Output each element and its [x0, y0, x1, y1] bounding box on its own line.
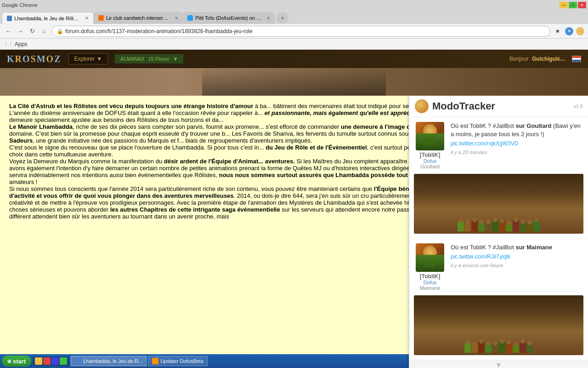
greeting-area: Bonjour Guichiguic... [509, 56, 565, 62]
char-10 [520, 222, 526, 231]
char-3 [471, 220, 478, 231]
entry-1-link[interactable]: pic.twitter.com/rxjkXgW3VD [451, 140, 583, 147]
char2-8 [513, 345, 519, 353]
back-button[interactable]: ← [4, 27, 13, 36]
taskbar-program-1[interactable]: Lhambadda, le Jeu de R... [71, 356, 147, 366]
entry-2-screenshot [414, 295, 583, 355]
taskbar-program-2[interactable]: Updater DofusBeta [148, 356, 208, 366]
char-8 [506, 223, 512, 231]
close-button[interactable]: ✕ [578, 2, 586, 8]
tab-bar: Lhambadda, le Jeu de Rôle e... ✕ Le club… [0, 10, 588, 24]
modotracker-entries-list[interactable]: [TobliK] Dofus Goultard Où est TobliK ? … [409, 117, 588, 368]
tab-3-favicon [187, 15, 193, 21]
tab-3-close[interactable]: ✕ [266, 16, 270, 21]
entry-2-body [416, 255, 444, 272]
maximize-button[interactable]: □ [569, 2, 577, 8]
almanax-bar[interactable]: ALMANAX 15 Flovor ▼ [115, 54, 183, 63]
apps-link[interactable]: ⋮⋮ Apps [4, 41, 27, 47]
apps-label: Apps [15, 41, 27, 47]
url-text: forum.dofus.com/fr/1137-moderation-anima… [65, 28, 253, 34]
almanax-label: ALMANAX [120, 56, 145, 62]
entry-1-char-name: [TobliK] [420, 152, 440, 158]
program-1-icon [75, 358, 81, 364]
para4-bold1: du Jeu de Rôle et de l'Évènementiel [266, 144, 367, 151]
new-tab-button[interactable]: + [277, 12, 288, 24]
char2-6 [499, 342, 505, 353]
entry-1-legs [426, 138, 434, 145]
entry-2-top: [TobliK] Dofus Maimane Où est TobliK ? #… [409, 239, 588, 295]
tab-2-label: Le club sandwich interserve... [106, 15, 170, 21]
entry-2-avatar: [TobliK] Dofus Maimane [414, 243, 446, 291]
start-button[interactable]: ⊞ start [2, 356, 31, 367]
address-bar: ← → ↻ ⌂ 🔒 forum.dofus.com/fr/1137-modera… [0, 24, 588, 39]
entry-1-avatar-img [416, 122, 444, 150]
krosmoz-header: KROSMOZ Explorer ▼ ALMANAX 15 Flovor ▼ B… [0, 50, 588, 68]
modotracker-entry-2: [TobliK] Dofus Maimane Où est TobliK ? #… [409, 239, 588, 360]
bookmarks-bar: ⋮⋮ Apps [0, 39, 588, 50]
entry-1-game: Dofus [424, 158, 437, 164]
home-button[interactable]: ⌂ [40, 27, 49, 36]
minimize-button[interactable]: ─ [560, 2, 568, 8]
browser-title: Google Chrome [2, 2, 38, 8]
scroll-down-icon: ▼ [495, 361, 503, 368]
almanax-day: 15 Flovor [148, 56, 170, 62]
bookmark-star[interactable]: ★ [553, 27, 562, 36]
url-input[interactable]: 🔒 forum.dofus.com/fr/1137-moderation-ani… [51, 26, 550, 37]
modotracker-header: ModoTracker v1.0 [409, 96, 588, 117]
entry-1-tweet: Où est TobliK ? #JailBot sur Goultard (B… [451, 122, 583, 138]
tray-icon-3[interactable] [51, 357, 59, 365]
entry-2-tweet: Où est TobliK ? #JailBot sur Maimane [451, 243, 583, 252]
reload-button[interactable]: ↻ [28, 27, 37, 36]
chrome-menu[interactable]: ✦ [565, 27, 573, 35]
entry-1-screenshot [414, 174, 583, 234]
tab-2-close[interactable]: ✕ [175, 16, 178, 21]
entry-1-time: il y a 23 minutes [451, 150, 487, 155]
krosmoz-logo: KROSMOZ [7, 54, 62, 64]
tab-1[interactable]: Lhambadda, le Jeu de Rôle e... ✕ [2, 12, 94, 24]
entry-2-legs [426, 260, 434, 267]
entry-1-game-scene [414, 174, 583, 234]
forward-button[interactable]: → [16, 27, 25, 36]
tab-2-favicon [98, 15, 104, 21]
char-7 [499, 221, 505, 231]
extension-icon[interactable] [576, 27, 584, 35]
entry-2-server: Maimane [419, 285, 440, 291]
entry-1-leg1 [426, 138, 430, 145]
tab-1-label: Lhambadda, le Jeu de Rôle e... [14, 16, 81, 21]
entry-1-top: [TobliK] Dofus Goultard Où est TobliK ? … [409, 117, 588, 174]
scroll-indicator: ▼ [409, 360, 588, 368]
char-1 [458, 221, 464, 231]
tab-3[interactable]: Pitit Tofu (DofusEvents) on T... ✕ [183, 12, 275, 24]
browser-page: KROSMOZ Explorer ▼ ALMANAX 15 Flovor ▼ B… [0, 50, 588, 368]
tray-icon-2[interactable] [43, 357, 51, 365]
modotracker-version: v1.0 [574, 104, 582, 109]
tab-3-label: Pitit Tofu (DofusEvents) on T... [195, 15, 262, 21]
program-1-label: Lhambadda, le Jeu de R... [83, 358, 142, 364]
tab-2[interactable]: Le club sandwich interserve... ✕ [94, 12, 183, 24]
entry-2-tweet-text2: sur Maimane [515, 244, 552, 251]
explorer-nav[interactable]: Explorer ▼ [68, 53, 108, 64]
para1-bold: La Cité d'Astrub et les Rôlistes ont véc… [9, 103, 253, 109]
quick-launch [33, 356, 69, 366]
flag-icon [572, 56, 581, 62]
page-banner [0, 68, 588, 96]
para3-manoir: Le Manoir Lhambadda [9, 123, 73, 130]
entry-2-game: Dofus [424, 280, 437, 285]
lock-icon: 🔒 [57, 28, 63, 34]
entry-2-tweet-text1: Où est TobliK ? #JailBot [451, 244, 514, 251]
entry-2-text-area: Où est TobliK ? #JailBot sur Maimane pic… [451, 243, 583, 291]
window-controls: ─ □ ✕ [560, 2, 586, 8]
entry-2-game-scene [414, 295, 583, 355]
start-windows-icon: ⊞ [7, 359, 11, 364]
char2-9 [520, 342, 526, 353]
entry-1-chars-row [458, 220, 540, 231]
char-6 [492, 220, 498, 231]
entry-2-avatar-img [416, 243, 444, 272]
modotracker-entry-1: [TobliK] Dofus Goultard Où est TobliK ? … [409, 117, 588, 239]
tray-icon-4[interactable] [60, 357, 67, 365]
program-2-icon [152, 358, 158, 364]
entry-2-link[interactable]: pic.twitter.com/RJil7ylqlk [451, 253, 583, 260]
tab-1-close[interactable]: ✕ [85, 16, 89, 21]
tray-icon-1[interactable] [35, 357, 42, 365]
apps-grid-icon: ⋮⋮ [4, 41, 13, 46]
